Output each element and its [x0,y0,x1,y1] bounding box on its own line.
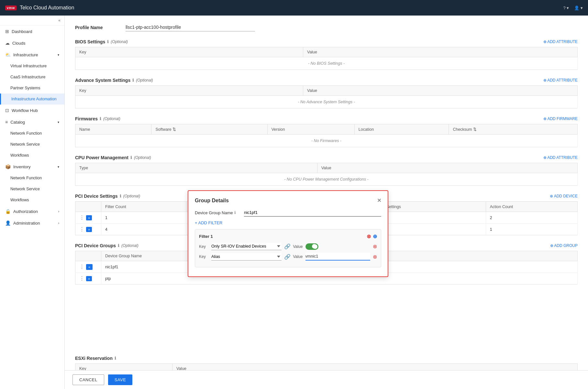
sidebar-item-dashboard[interactable]: ⊞ Dashboard [0,26,64,37]
filter-key-select-1[interactable]: Only SR-IOV Enabled Devices [211,243,282,250]
pci-row-actions: ⋮ » [75,224,101,235]
sidebar-item-inventory-network-service[interactable]: Network Service [0,183,64,194]
filter-key-select-2[interactable]: Alias [211,253,282,261]
firmwares-optional-label: (Optional) [103,117,120,121]
sidebar-item-label: Administration [13,221,40,226]
firmwares-section: Firmwares ℹ (Optional) ⊕ ADD FIRMWARE Na… [75,116,578,147]
sidebar-item-infrastructure[interactable]: ⛅ Infrastructure ▾ [0,49,64,61]
remove-filter-row-1-button[interactable]: ⊗ [373,243,377,250]
sidebar-item-catalog-network-function[interactable]: Network Function [0,128,64,139]
lock-icon: 🔒 [5,209,11,214]
row-menu-icon[interactable]: ⋮ [79,275,85,282]
info-icon[interactable]: ℹ [115,356,116,361]
collapse-group-button[interactable]: « [86,264,93,270]
pci-action-count-column: Action Count [486,202,577,212]
pci-groups-optional-label: (Optional) [121,243,139,248]
sidebar-item-administration[interactable]: 👤 Administration › [0,217,64,229]
cancel-button[interactable]: CANCEL [72,374,104,385]
remove-filter-button[interactable]: ⊗ [367,233,371,239]
inventory-icon: 📦 [5,164,11,169]
sidebar-item-caas-infrastructure[interactable]: CaaS Infrastructure [0,72,64,83]
filter-info-icon[interactable]: 🔗 [284,243,291,250]
add-filter-button[interactable]: + ADD FILTER [195,220,381,225]
info-icon[interactable]: ℹ [234,210,236,215]
add-pci-group-button[interactable]: ⊕ ADD GROUP [550,243,578,248]
advance-system-settings-section: Advance System Settings ℹ (Optional) ⊕ A… [75,78,578,108]
add-filter-row-button[interactable]: ⊕ [373,233,377,239]
bios-settings-title: BIOS Settings ℹ (Optional) [75,39,128,44]
expand-row-button[interactable]: » [86,215,92,220]
firmwares-empty-message: - No Firmwares - [75,135,578,147]
add-cpu-attribute-button[interactable]: ⊕ ADD ATTRIBUTE [543,155,578,160]
sidebar-item-inventory[interactable]: 📦 Inventory ▾ [0,161,64,172]
info-icon[interactable]: ℹ [100,117,101,121]
pci-filter-count-cell: 4 [101,224,186,235]
add-firmware-button[interactable]: ⊕ ADD FIRMWARE [543,117,578,121]
info-icon[interactable]: ℹ [118,243,119,248]
vmware-logo: vmw [5,6,17,10]
pci-action-count-cell: 1 [486,224,577,235]
bios-settings-section: BIOS Settings ℹ (Optional) ⊕ ADD ATTRIBU… [75,39,578,70]
clouds-icon: ☁ [5,40,10,46]
row-menu-icon[interactable]: ⋮ [79,215,85,221]
sidebar-item-inventory-workflows[interactable]: Workflows [0,194,64,206]
firmwares-header: Firmwares ℹ (Optional) ⊕ ADD FIRMWARE [75,116,578,121]
navbar: vmw Telco Cloud Automation ? ▾ 👤 ▾ [0,0,588,16]
filter-row-1: Key Only SR-IOV Enabled Devices 🔗 Value … [199,243,377,250]
bios-settings-header: BIOS Settings ℹ (Optional) ⊕ ADD ATTRIBU… [75,39,578,44]
cpu-power-management-section: CPU Power Management ℹ (Optional) ⊕ ADD … [75,155,578,186]
info-icon[interactable]: ℹ [132,78,134,83]
remove-filter-row-2-button[interactable]: ⊗ [373,254,377,260]
bios-settings-table: Key Value - No BIOS Settings - [75,47,578,70]
sidebar-item-catalog[interactable]: ≡ Catalog ▾ [0,116,64,128]
expand-row-button[interactable]: » [86,227,92,232]
info-icon[interactable]: ℹ [107,39,109,44]
chevron-down-icon: ▾ [58,53,59,57]
profile-name-label: Profile Name [75,25,120,30]
firmwares-version-column: Version [267,124,354,135]
add-advance-attribute-button[interactable]: ⊕ ADD ATTRIBUTE [543,78,578,83]
device-group-name-input[interactable] [244,209,381,217]
sidebar-item-catalog-network-service[interactable]: Network Service [0,139,64,150]
filter-value-label: Value [293,244,303,249]
add-pci-device-button[interactable]: ⊕ ADD DEVICE [550,194,578,198]
save-button[interactable]: SAVE [108,374,133,385]
sidebar-item-label: Virtual Infrastructure [10,64,47,68]
sidebar-item-infrastructure-automation[interactable]: Infrastructure Automation [0,94,64,105]
sidebar-item-label: Workflow Hub [12,108,38,113]
bios-optional-label: (Optional) [111,39,128,44]
sidebar-item-clouds[interactable]: ☁ Clouds [0,37,64,49]
info-icon[interactable]: ℹ [130,155,132,160]
sidebar-item-label: Workflows [10,153,29,158]
filter-info-icon[interactable]: 🔗 [284,254,291,260]
sriov-filter-toggle[interactable] [305,243,318,250]
filter-alias-input[interactable] [305,253,371,261]
firmwares-title: Firmwares ℹ (Optional) [75,116,120,121]
expand-group-button[interactable]: » [86,276,92,281]
sidebar-item-catalog-workflows[interactable]: Workflows [0,150,64,161]
sidebar-item-inventory-network-function[interactable]: Network Function [0,172,64,183]
sidebar-item-label: Network Function [10,176,42,180]
advance-optional-label: (Optional) [136,78,153,83]
firmwares-empty-row: - No Firmwares - [75,135,578,147]
bios-key-column: Key [75,47,303,57]
user-icon[interactable]: 👤 ▾ [574,6,583,10]
close-group-details-button[interactable]: ✕ [377,197,381,204]
sidebar-item-authorization[interactable]: 🔒 Authorization › [0,206,64,217]
profile-name-row: Profile Name llsc1-ptp-acc100-hostprofil… [75,23,578,31]
firmwares-software-column: Software ⇅ [151,124,267,135]
sidebar-collapse-button[interactable]: « [0,16,64,26]
add-bios-attribute-button[interactable]: ⊕ ADD ATTRIBUTE [543,39,578,44]
sidebar-item-partner-systems[interactable]: Partner Systems [0,83,64,94]
bios-empty-row: - No BIOS Settings - [75,57,578,70]
firmwares-name-column: Name [75,124,151,135]
info-icon[interactable]: ℹ [120,194,121,198]
row-menu-icon[interactable]: ⋮ [79,264,85,270]
chevron-right-icon: › [58,210,59,213]
help-icon[interactable]: ? ▾ [563,6,569,10]
row-menu-icon[interactable]: ⋮ [79,226,85,232]
app-body: « ⊞ Dashboard ☁ Clouds ⛅ Infrastructure … [0,16,588,389]
pci-actions-column [75,202,101,212]
sidebar-item-virtual-infrastructure[interactable]: Virtual Infrastructure [0,61,64,72]
sidebar-item-workflow-hub[interactable]: ⊡ Workflow Hub [0,105,64,116]
